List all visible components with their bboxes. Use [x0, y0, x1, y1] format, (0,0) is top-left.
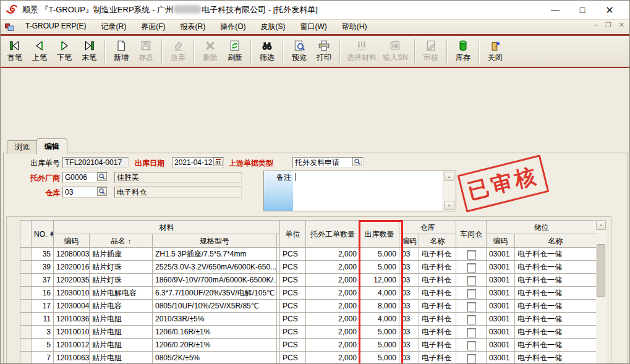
cell-loc-name[interactable]: 电子料仓一储	[515, 339, 597, 352]
column-header-loc-code[interactable]: 编码	[487, 234, 515, 248]
toolbar-next-button[interactable]: 下笔	[52, 38, 77, 64]
cell-issue-qty[interactable]: 5,000	[360, 352, 399, 364]
cell-loc-name[interactable]: 电子料仓一储	[515, 300, 597, 313]
table-row[interactable]: 512010012贴片电阻1206/0.20R/±1%PCS2,0005,000…	[20, 339, 597, 352]
row-selector[interactable]	[20, 326, 32, 339]
cell-shop-wh[interactable]	[456, 300, 487, 313]
column-header-shop-warehouse[interactable]: 车间仓	[456, 221, 487, 248]
column-group-warehouse[interactable]: 仓库	[399, 221, 456, 234]
row-selector[interactable]	[20, 352, 32, 364]
cell-no[interactable]: 39	[32, 261, 54, 274]
cell-code[interactable]: 12010010	[54, 326, 90, 339]
column-header-unit[interactable]: 单位	[280, 221, 306, 248]
cell-wh-code[interactable]: 03	[399, 339, 419, 352]
cell-loc-code[interactable]: 03001	[487, 300, 515, 313]
toolbar-print-button[interactable]: 打印	[312, 38, 336, 64]
cell-code[interactable]: 12080003	[54, 248, 90, 261]
toolbar-stock-button[interactable]: 库存	[451, 38, 475, 64]
cell-loc-code[interactable]: 03001	[487, 352, 515, 364]
cell-unit[interactable]: PCS	[280, 274, 306, 287]
cell-order-qty[interactable]: 2,000	[306, 339, 360, 352]
column-header-no[interactable]: NO.	[32, 221, 54, 248]
cell-code[interactable]: 12030004	[54, 300, 90, 313]
column-header-code[interactable]: 编码	[54, 234, 90, 248]
cell-loc-code[interactable]: 03001	[487, 248, 515, 261]
cell-loc-code[interactable]: 03001	[487, 287, 515, 300]
vendor-lookup-button[interactable]	[97, 172, 107, 181]
shop-warehouse-checkbox[interactable]	[467, 341, 476, 350]
cell-loc-name[interactable]: 电子料仓一储	[515, 274, 597, 287]
cell-spec[interactable]: 1206/0.16R/±1%	[153, 326, 277, 339]
cell-loc-code[interactable]: 03001	[487, 313, 515, 326]
cell-wh-name[interactable]: 电子料仓	[419, 352, 456, 364]
cell-loc-name[interactable]: 电子料仓一储	[515, 352, 597, 364]
cell-name[interactable]: 贴片插座	[90, 248, 153, 261]
cell-name[interactable]: 贴片电容	[90, 300, 153, 313]
shop-warehouse-checkbox[interactable]	[467, 328, 476, 337]
column-header-wh-code[interactable]: 编码	[399, 234, 419, 248]
tab-browse[interactable]: 浏览	[7, 140, 38, 154]
cell-no[interactable]: 7	[32, 352, 54, 364]
cell-loc-name[interactable]: 电子料仓一储	[515, 326, 597, 339]
row-selector[interactable]	[20, 300, 32, 313]
column-header-spec[interactable]: 规格型号	[153, 234, 277, 248]
upstream-lookup-button[interactable]	[352, 158, 362, 166]
toolbar-prev-button[interactable]: 上笔	[27, 38, 52, 64]
cell-wh-name[interactable]: 电子料仓	[419, 287, 456, 300]
cell-order-qty[interactable]: 2,000	[306, 300, 360, 313]
toolbar-filter-button[interactable]: 筛选	[255, 38, 279, 64]
cell-issue-qty[interactable]: 8,000	[360, 300, 399, 313]
cell-spec[interactable]: 1860/9V-10V/700mA/6000K-6500K/...	[153, 274, 277, 287]
cell-loc-code[interactable]: 03001	[487, 339, 515, 352]
cell-spec[interactable]: 6.3*7.7/100UF/20%/35V/电解/105℃	[153, 287, 277, 300]
menu-item-4[interactable]: 报表(R)	[172, 20, 213, 33]
cell-name[interactable]: 贴片电阻	[90, 352, 153, 364]
cell-order-qty[interactable]: 2,000	[306, 274, 360, 287]
row-selector[interactable]	[20, 274, 32, 287]
menu-item-3[interactable]: 界面(F)	[134, 20, 172, 33]
remark-scrollbar[interactable]: ▲ ▼	[443, 171, 456, 211]
cell-wh-code[interactable]: 03	[399, 300, 419, 313]
cell-issue-qty[interactable]: 5,000	[360, 261, 399, 274]
cell-unit[interactable]: PCS	[280, 352, 306, 364]
cell-order-qty[interactable]: 2,000	[306, 287, 360, 300]
cell-unit[interactable]: PCS	[280, 339, 306, 352]
cell-unit[interactable]: PCS	[280, 300, 306, 313]
row-selector[interactable]	[20, 248, 32, 261]
cell-unit[interactable]: PCS	[280, 313, 306, 326]
cell-code[interactable]: 12020035	[54, 274, 90, 287]
cell-wh-code[interactable]: 03	[399, 287, 419, 300]
cell-code[interactable]: 12010012	[54, 339, 90, 352]
cell-spec[interactable]: 2010/33R/±5%	[153, 313, 277, 326]
column-header-narrow[interactable]	[277, 234, 280, 248]
menu-item-6[interactable]: 皮肤(S)	[253, 20, 292, 33]
cell-issue-qty[interactable]: 4,000	[360, 313, 399, 326]
cell-order-qty[interactable]: 2,000	[306, 313, 360, 326]
shop-warehouse-checkbox[interactable]	[467, 315, 476, 324]
column-header-wh-name[interactable]: 名称	[419, 234, 456, 248]
cell-wh-name[interactable]: 电子料仓	[419, 313, 456, 326]
cell-wh-name[interactable]: 电子料仓	[419, 274, 456, 287]
cell-issue-qty[interactable]: 5,000	[360, 339, 399, 352]
cell-no[interactable]: 37	[32, 274, 54, 287]
cell-shop-wh[interactable]	[456, 313, 487, 326]
table-row[interactable]: 1112010036贴片电阻2010/33R/±5%PCS2,0004,0000…	[20, 313, 597, 326]
cell-name[interactable]: 贴片灯珠	[90, 274, 153, 287]
cell-no[interactable]: 16	[32, 287, 54, 300]
cell-issue-qty[interactable]: 4,000	[360, 287, 399, 300]
mdi-minimize-button[interactable]: –	[594, 21, 598, 29]
cell-loc-code[interactable]: 03001	[487, 261, 515, 274]
table-row[interactable]: 3512080003贴片插座ZH1.5 3P插座/7.5*5.7*4mmPCS2…	[20, 248, 597, 261]
menu-item-1[interactable]: T-GROUP ERP(E)	[18, 20, 93, 33]
close-button[interactable]: ✕	[596, 1, 623, 19]
cell-order-qty[interactable]: 2,000	[306, 326, 360, 339]
column-header-name[interactable]: 品名↑	[90, 234, 153, 248]
cell-wh-code[interactable]: 03	[399, 313, 419, 326]
remark-textarea[interactable]	[293, 171, 445, 211]
cell-wh-code[interactable]: 03	[399, 274, 419, 287]
cell-no[interactable]: 17	[32, 300, 54, 313]
cell-wh-name[interactable]: 电子料仓	[419, 248, 456, 261]
menu-item-5[interactable]: 操作(O)	[213, 20, 253, 33]
cell-spec[interactable]: 1206/0.20R/±1%	[153, 339, 277, 352]
row-selector[interactable]	[20, 287, 32, 300]
